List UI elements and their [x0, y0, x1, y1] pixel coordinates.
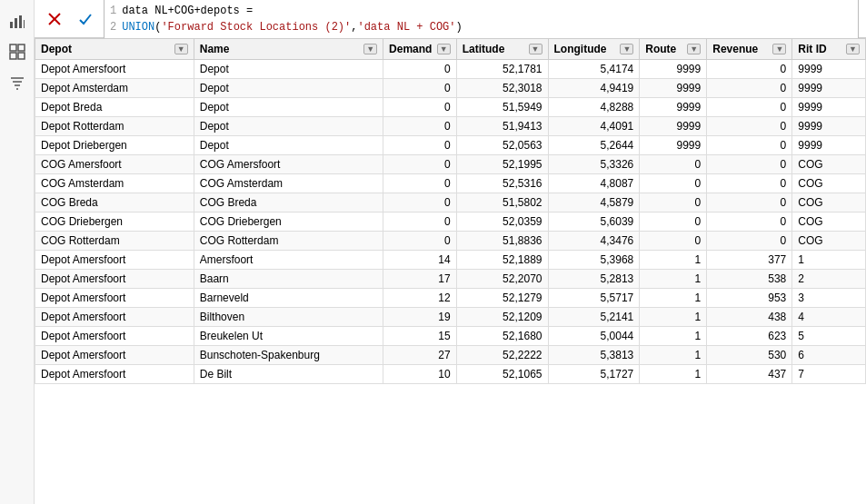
sidebar-icon-grid[interactable] — [4, 38, 31, 65]
cell-2-6: 0 — [707, 98, 792, 117]
cell-9-3: 51,8836 — [456, 232, 548, 251]
cell-9-2: 0 — [383, 232, 457, 251]
table-row[interactable]: Depot AmersfoortBreukelen Ut1552,16805,0… — [35, 327, 866, 346]
cell-5-7: COG — [792, 155, 866, 174]
table-row[interactable]: Depot AmersfoortDe Bilt1052,10655,172714… — [35, 365, 866, 384]
table-row[interactable]: Depot AmersfoortBarneveld1252,12795,5717… — [35, 289, 866, 308]
cell-7-0: COG Breda — [35, 193, 194, 212]
cell-6-6: 0 — [707, 174, 792, 193]
svg-rect-2 — [19, 15, 22, 28]
filter-route[interactable]: ▼ — [687, 44, 701, 54]
cell-5-0: COG Amersfoort — [35, 155, 194, 174]
cell-8-1: COG Driebergen — [194, 212, 383, 232]
table-row[interactable]: Depot AmsterdamDepot052,30184,9419999909… — [35, 79, 866, 98]
cell-10-1: Amersfoort — [194, 251, 383, 270]
cell-15-1: Bunschoten-Spakenburg — [194, 346, 383, 365]
table-row[interactable]: COG AmsterdamCOG Amsterdam052,53164,8087… — [35, 174, 866, 193]
table-row[interactable]: COG AmersfoortCOG Amersfoort052,19955,33… — [35, 155, 866, 174]
cell-10-7: 1 — [792, 251, 866, 270]
cell-8-5: 0 — [640, 212, 707, 232]
formula-input[interactable]: 12 data NL+COG+depots = UNION('Forward S… — [104, 0, 859, 40]
data-table: Depot ▼ Name ▼ Demand ▼ — [35, 38, 866, 384]
formula-content: data NL+COG+depots = UNION('Forward Stoc… — [122, 3, 463, 35]
cell-14-4: 5,0044 — [548, 327, 640, 346]
cell-14-3: 52,1680 — [456, 327, 548, 346]
cell-13-5: 1 — [640, 308, 707, 327]
cell-0-5: 9999 — [640, 60, 707, 79]
data-table-container[interactable]: Depot ▼ Name ▼ Demand ▼ — [35, 38, 866, 504]
cell-13-7: 4 — [792, 308, 866, 327]
filter-longitude[interactable]: ▼ — [620, 44, 633, 54]
cell-6-1: COG Amsterdam — [194, 174, 383, 193]
cell-5-3: 52,1995 — [456, 155, 548, 174]
cell-0-0: Depot Amersfoort — [35, 60, 194, 79]
table-row[interactable]: COG BredaCOG Breda051,58024,587900COG — [35, 193, 866, 212]
table-row[interactable]: Depot BredaDepot051,59494,8288999909999 — [35, 98, 866, 117]
cell-0-6: 0 — [707, 60, 792, 79]
filter-depot[interactable]: ▼ — [174, 44, 188, 54]
cell-0-2: 0 — [383, 60, 457, 79]
cell-7-1: COG Breda — [194, 193, 383, 212]
cell-4-4: 5,2644 — [548, 136, 640, 155]
table-row[interactable]: Depot RotterdamDepot051,94134,4091999909… — [35, 117, 866, 136]
cell-5-1: COG Amersfoort — [194, 155, 383, 174]
filter-name[interactable]: ▼ — [363, 44, 377, 54]
cell-1-5: 9999 — [640, 79, 707, 98]
cancel-button[interactable] — [42, 6, 67, 32]
cell-7-4: 4,5879 — [548, 193, 640, 212]
table-row[interactable]: Depot AmersfoortAmersfoort1452,18895,396… — [35, 251, 866, 270]
sidebar-icon-chart[interactable] — [4, 7, 31, 35]
cell-7-5: 0 — [640, 193, 707, 212]
cell-16-7: 7 — [792, 365, 866, 384]
cell-2-3: 51,5949 — [456, 98, 548, 117]
cell-16-0: Depot Amersfoort — [35, 365, 194, 384]
cell-1-0: Depot Amsterdam — [35, 79, 194, 98]
col-header-depot: Depot ▼ — [35, 39, 194, 60]
cell-12-2: 12 — [383, 289, 457, 308]
cell-10-5: 1 — [640, 251, 707, 270]
table-row[interactable]: Depot AmersfoortBaarn1752,20705,28131538… — [35, 270, 866, 289]
table-row[interactable]: Depot AmersfoortBilthoven1952,12095,2141… — [35, 308, 866, 327]
cell-13-4: 5,2141 — [548, 308, 640, 327]
cell-8-0: COG Driebergen — [35, 212, 194, 232]
line-numbers: 12 — [110, 3, 116, 35]
cell-15-4: 5,3813 — [548, 346, 640, 365]
table-row[interactable]: Depot AmersfoortBunschoten-Spakenburg275… — [35, 346, 866, 365]
cell-3-1: Depot — [194, 117, 383, 136]
cell-13-1: Bilthoven — [194, 308, 383, 327]
filter-demand[interactable]: ▼ — [437, 44, 451, 54]
cell-15-5: 1 — [640, 346, 707, 365]
cell-7-6: 0 — [707, 193, 792, 212]
cell-14-1: Breukelen Ut — [194, 327, 383, 346]
cell-13-3: 52,1209 — [456, 308, 548, 327]
filter-revenue[interactable]: ▼ — [772, 44, 786, 54]
sidebar-icon-filter[interactable] — [4, 69, 31, 96]
cell-7-7: COG — [792, 193, 866, 212]
cell-8-7: COG — [792, 212, 866, 232]
cell-4-2: 0 — [383, 136, 457, 155]
svg-rect-0 — [10, 22, 13, 28]
filter-latitude[interactable]: ▼ — [529, 44, 542, 54]
cell-16-3: 52,1065 — [456, 365, 548, 384]
cell-4-6: 0 — [707, 136, 792, 155]
cell-6-7: COG — [792, 174, 866, 193]
cell-6-0: COG Amsterdam — [35, 174, 194, 193]
cell-8-2: 0 — [383, 212, 457, 232]
formula-bar-container: 12 data NL+COG+depots = UNION('Forward S… — [35, 0, 866, 38]
cell-15-2: 27 — [383, 346, 457, 365]
table-row[interactable]: COG RotterdamCOG Rotterdam051,88364,3476… — [35, 232, 866, 251]
main-area: 12 data NL+COG+depots = UNION('Forward S… — [35, 0, 866, 504]
cell-14-6: 623 — [707, 327, 792, 346]
confirm-button[interactable] — [73, 6, 98, 32]
col-header-ritid: Rit ID ▼ — [792, 39, 866, 60]
cell-11-2: 17 — [383, 270, 457, 289]
table-row[interactable]: Depot DriebergenDepot052,05635,264499990… — [35, 136, 866, 155]
cell-9-1: COG Rotterdam — [194, 232, 383, 251]
cell-0-3: 52,1781 — [456, 60, 548, 79]
table-row[interactable]: Depot AmersfoortDepot052,17815,417499990… — [35, 60, 866, 79]
svg-rect-6 — [10, 53, 16, 59]
filter-ritid[interactable]: ▼ — [846, 44, 860, 54]
table-row[interactable]: COG DriebergenCOG Driebergen052,03595,60… — [35, 212, 866, 232]
table-header-row: Depot ▼ Name ▼ Demand ▼ — [35, 39, 866, 60]
cell-6-2: 0 — [383, 174, 457, 193]
